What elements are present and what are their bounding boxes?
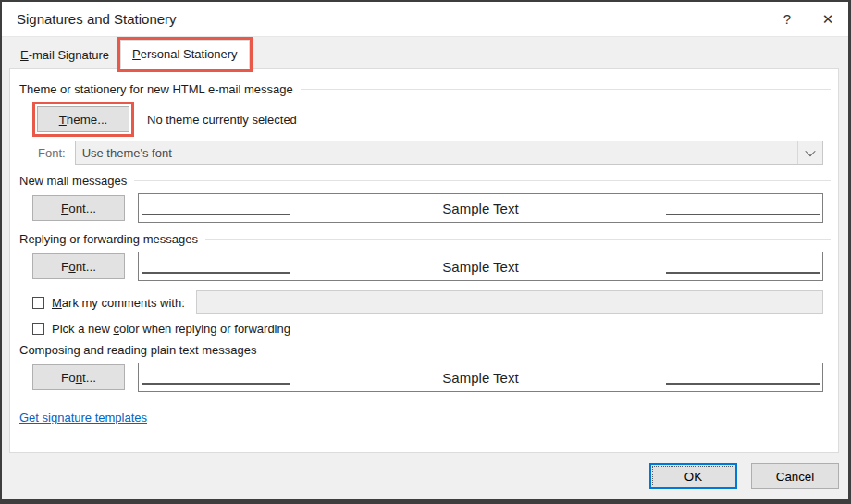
theme-group-caption: Theme or stationery for new HTML e-mail … xyxy=(19,82,831,96)
sample-underline-right xyxy=(666,383,820,385)
cancel-button[interactable]: Cancel xyxy=(751,463,839,489)
get-signature-templates-link[interactable]: Get signature templates xyxy=(19,411,147,424)
link-row: Get signature templates xyxy=(19,411,831,424)
personal-stationery-panel: Theme or stationery for new HTML e-mail … xyxy=(9,68,839,453)
theme-group-caption-label: Theme or stationery for new HTML e-mail … xyxy=(19,82,293,96)
new-mail-caption-label: New mail messages xyxy=(19,174,127,188)
reply-font-button[interactable]: Font... xyxy=(32,253,125,279)
theme-font-selected-value: Use theme's font xyxy=(82,146,172,160)
new-mail-font-button-label: Font... xyxy=(61,202,96,215)
reply-sample-preview: Sample Text xyxy=(138,252,823,281)
chevron-down-icon xyxy=(805,146,815,156)
plain-text-row: Font... Sample Text xyxy=(32,363,823,392)
new-mail-sample-text: Sample Text xyxy=(442,201,518,216)
theme-status-text: No theme currently selected xyxy=(147,113,297,127)
pick-color-checkbox[interactable] xyxy=(32,323,44,335)
sample-underline-left xyxy=(142,272,290,274)
reply-caption-label: Replying or forwarding messages xyxy=(19,232,198,246)
dialog-title: Signatures and Stationery xyxy=(17,11,767,27)
signatures-stationery-dialog: Signatures and Stationery ? ✕ E-mail Sig… xyxy=(0,0,851,504)
theme-button-label: Theme... xyxy=(59,113,108,127)
reply-group-caption: Replying or forwarding messages xyxy=(19,232,831,246)
sample-underline-left xyxy=(142,383,290,385)
sample-underline-left xyxy=(142,214,290,215)
group-divider xyxy=(265,350,831,350)
tab-personal-stationery[interactable]: Personal Stationery xyxy=(120,40,249,69)
ok-button[interactable]: OK xyxy=(649,463,737,489)
mark-comments-checkbox[interactable] xyxy=(32,297,44,309)
mark-comments-input xyxy=(196,290,823,314)
close-button[interactable]: ✕ xyxy=(808,2,848,36)
focus-rectangle xyxy=(652,466,734,486)
mark-comments-label: Mark my comments with: xyxy=(52,296,185,310)
mark-comments-row: Mark my comments with: xyxy=(32,290,823,314)
plain-text-sample-text: Sample Text xyxy=(442,370,518,386)
help-icon: ? xyxy=(783,11,791,27)
plain-text-sample-preview: Sample Text xyxy=(138,363,823,392)
new-mail-font-button[interactable]: Font... xyxy=(32,195,125,221)
plain-text-font-button-label: Font... xyxy=(61,371,96,385)
titlebar: Signatures and Stationery ? ✕ xyxy=(2,2,848,37)
sample-underline-right xyxy=(666,214,820,215)
cancel-button-label: Cancel xyxy=(776,470,815,484)
plain-text-caption-label: Composing and reading plain text message… xyxy=(19,343,257,357)
dialog-client-area: E-mail Signature Personal Stationery The… xyxy=(2,37,848,499)
close-icon: ✕ xyxy=(822,11,834,28)
theme-annotation-box: Theme... xyxy=(32,102,134,137)
reply-row: Font... Sample Text xyxy=(32,252,823,281)
theme-row: Theme... No theme currently selected xyxy=(32,102,831,137)
plain-text-group-caption: Composing and reading plain text message… xyxy=(19,343,831,357)
theme-font-row: Font: Use theme's font xyxy=(38,141,823,165)
group-divider xyxy=(134,180,831,181)
theme-font-select: Use theme's font xyxy=(75,141,823,165)
tabstrip: E-mail Signature Personal Stationery xyxy=(2,37,848,68)
tab-email-signature[interactable]: E-mail Signature xyxy=(9,42,120,69)
theme-button[interactable]: Theme... xyxy=(37,106,130,132)
sample-underline-right xyxy=(666,272,820,274)
plain-text-font-button[interactable]: Font... xyxy=(32,364,125,390)
combo-arrow-box xyxy=(797,141,822,164)
theme-font-label: Font: xyxy=(38,146,66,160)
reply-sample-text: Sample Text xyxy=(442,259,518,275)
group-divider xyxy=(301,89,831,90)
new-mail-sample-preview: Sample Text xyxy=(138,193,823,223)
help-button[interactable]: ? xyxy=(767,2,808,36)
tab-email-signature-label: E-mail Signature xyxy=(20,48,109,62)
new-mail-row: Font... Sample Text xyxy=(32,193,823,223)
pick-color-row: Pick a new color when replying or forwar… xyxy=(32,322,823,336)
group-divider xyxy=(205,239,831,240)
reply-font-button-label: Font... xyxy=(61,260,96,274)
new-mail-group-caption: New mail messages xyxy=(19,174,831,188)
pick-color-label: Pick a new color when replying or forwar… xyxy=(52,322,290,336)
tab-personal-stationery-label: Personal Stationery xyxy=(132,47,237,61)
dialog-footer: OK Cancel xyxy=(2,453,848,499)
